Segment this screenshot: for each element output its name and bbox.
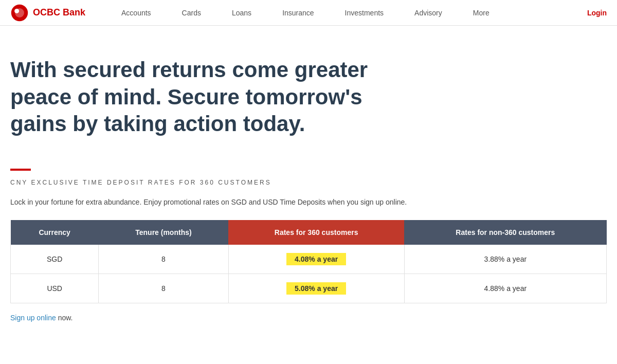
table-row: SGD 8 4.08% a year 3.88% a year [11, 245, 607, 274]
deposit-table: Currency Tenure (months) Rates for 360 c… [10, 220, 607, 303]
main-content: With secured returns come greater peace … [0, 26, 617, 342]
nav-investments[interactable]: Investments [330, 0, 399, 26]
table-header-row: Currency Tenure (months) Rates for 360 c… [11, 220, 607, 245]
col-header-tenure: Tenure (months) [99, 220, 228, 245]
cell-rate360-usd: 5.08% a year [228, 274, 404, 303]
navbar: OCBC Bank Accounts Cards Loans Insurance… [0, 0, 617, 26]
logo-icon [10, 4, 29, 22]
cell-currency-sgd: SGD [11, 245, 99, 274]
logo[interactable]: OCBC Bank [10, 4, 85, 22]
col-header-currency: Currency [11, 220, 99, 245]
signup-suffix: now. [56, 314, 73, 322]
logo-text: OCBC Bank [33, 7, 85, 18]
nav-advisory[interactable]: Advisory [399, 0, 458, 26]
cell-rate360-sgd: 4.08% a year [228, 245, 404, 274]
col-header-rate-non360: Rates for non-360 customers [404, 220, 606, 245]
cell-tenure-usd: 8 [99, 274, 228, 303]
signup-link[interactable]: Sign up online [10, 314, 56, 322]
cell-tenure-sgd: 8 [99, 245, 228, 274]
cell-ratenon360-usd: 4.88% a year [404, 274, 606, 303]
nav-accounts[interactable]: Accounts [106, 0, 167, 26]
nav-loans[interactable]: Loans [216, 0, 267, 26]
login-button[interactable]: Login [587, 9, 607, 17]
nav-more[interactable]: More [458, 0, 505, 26]
section-divider [10, 169, 31, 171]
section-label: CNY EXCLUSIVE TIME DEPOSIT RATES FOR 360… [10, 179, 607, 186]
table-row: USD 8 5.08% a year 4.88% a year [11, 274, 607, 303]
nav-insurance[interactable]: Insurance [267, 0, 329, 26]
rate-highlight-sgd: 4.08% a year [286, 253, 346, 265]
signup-text: Sign up online now. [10, 314, 607, 322]
cell-ratenon360-sgd: 3.88% a year [404, 245, 606, 274]
rate-highlight-usd: 5.08% a year [286, 282, 346, 295]
hero-title: With secured returns come greater peace … [10, 57, 370, 138]
cell-currency-usd: USD [11, 274, 99, 303]
nav-cards[interactable]: Cards [167, 0, 216, 26]
section-description: Lock in your fortune for extra abundance… [10, 196, 607, 208]
svg-point-2 [14, 8, 19, 13]
col-header-rate-360: Rates for 360 customers [228, 220, 404, 245]
nav-links: Accounts Cards Loans Insurance Investmen… [106, 0, 587, 26]
